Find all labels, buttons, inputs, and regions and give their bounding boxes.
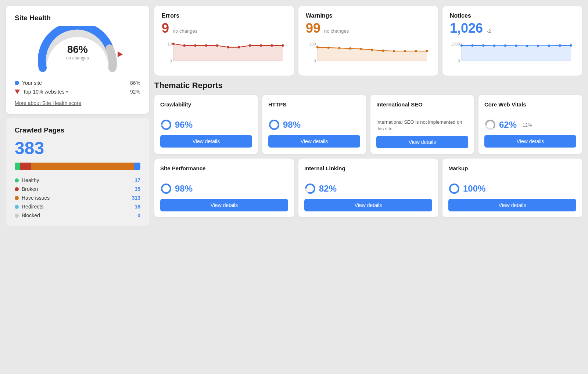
ring-svg — [160, 183, 172, 195]
ring-svg — [304, 183, 316, 195]
view-details-button[interactable]: View details — [484, 135, 576, 148]
svg-point-44 — [570, 44, 572, 47]
page-legend-left: Redirects — [15, 204, 43, 210]
more-about-health-link[interactable]: More about Site Health score — [15, 100, 81, 106]
page-legend-row: Blocked 0 — [15, 213, 140, 218]
svg-point-11 — [249, 44, 251, 47]
svg-point-40 — [526, 45, 528, 47]
stat-card-notices: Notices 1,026 -2 2000 0 — [442, 6, 582, 76]
gauge-sub: no changes — [66, 55, 89, 61]
bar-segment — [15, 163, 20, 170]
svg-point-27 — [404, 50, 406, 52]
view-details-button[interactable]: View details — [376, 136, 468, 148]
ring-svg — [160, 119, 172, 131]
report-title: International SEO — [376, 101, 468, 115]
page-legend-left: Have issues — [15, 195, 50, 201]
svg-point-52 — [162, 184, 171, 193]
report-card-markup: Markup 100% View details — [442, 159, 582, 217]
report-title: HTTPS — [268, 101, 360, 115]
reports-grid-row2: Site Performance 98% View details Intern… — [154, 159, 582, 217]
report-card-core-web-vitals: Core Web Vitals 62% +12% View details — [478, 95, 582, 154]
page-legend-dot — [15, 187, 19, 191]
page-legend-row: Healthy 17 — [15, 177, 140, 183]
report-score: 98% — [283, 120, 301, 130]
report-score-row: 98% — [268, 119, 360, 131]
svg-point-7 — [205, 44, 207, 47]
view-details-button[interactable]: View details — [304, 199, 432, 211]
thematic-section: Thematic Reports Crawlability 96% View d… — [154, 81, 582, 217]
report-score: 100% — [463, 184, 485, 194]
bar-segment — [31, 163, 134, 170]
report-score-row: 100% — [448, 183, 576, 195]
svg-point-14 — [282, 44, 284, 47]
stat-val-row: 9 no changes — [162, 21, 287, 36]
stat-value: 9 — [162, 21, 169, 36]
page-legend-label: Redirects — [22, 204, 43, 210]
top10-icon — [15, 90, 20, 94]
view-details-button[interactable]: View details — [268, 135, 360, 148]
page-legend-dot — [15, 196, 19, 200]
bar-segment — [134, 163, 140, 170]
svg-text:0: 0 — [314, 59, 316, 63]
svg-point-41 — [537, 45, 539, 47]
crawled-pages-card: Crawled Pages 383 Healthy 17 Broken 35 H… — [6, 118, 149, 226]
svg-point-48 — [270, 120, 279, 129]
page-legend-row: Have issues 313 — [15, 195, 140, 201]
view-details-button[interactable]: View details — [160, 135, 252, 148]
page-legend-count: 17 — [135, 177, 140, 183]
report-card-https: HTTPS 98% View details — [262, 95, 366, 154]
stat-val-row: 1,026 -2 — [450, 21, 575, 36]
page-legend-left: Blocked — [15, 213, 40, 218]
report-title: Crawlability — [160, 101, 252, 115]
svg-point-36 — [482, 44, 484, 47]
svg-point-28 — [415, 50, 417, 52]
svg-point-24 — [371, 48, 373, 51]
svg-point-29 — [426, 50, 428, 52]
view-details-button[interactable]: View details — [448, 199, 576, 211]
stats-row: Errors 9 no changes 10 0 Warnings 99 no … — [154, 6, 582, 76]
thematic-title: Thematic Reports — [154, 81, 582, 90]
stat-change: no changes — [173, 28, 197, 34]
top10-label: Top-10% websites ▾ — [23, 89, 68, 95]
page-legend-left: Healthy — [15, 177, 39, 183]
your-site-val: 86% — [130, 80, 140, 86]
svg-point-35 — [471, 44, 473, 47]
your-site-row: Your site 86% — [15, 80, 140, 86]
left-column: Site Health 86% no changes — [6, 6, 149, 368]
mini-chart: 10 0 — [162, 40, 287, 69]
svg-text:2000: 2000 — [451, 42, 460, 46]
page-legend-count: 18 — [135, 204, 140, 210]
site-health-card: Site Health 86% no changes — [6, 6, 149, 114]
page-legend-count: 0 — [137, 213, 140, 218]
top10-row: Top-10% websites ▾ 92% — [15, 89, 140, 95]
page-legend-dot — [15, 214, 19, 218]
page-legend-label: Healthy — [22, 177, 39, 183]
stat-card-errors: Errors 9 no changes 10 0 — [154, 6, 294, 76]
page-legend-dot — [15, 205, 19, 209]
svg-text:200: 200 — [309, 42, 316, 46]
page-legend-count: 313 — [132, 195, 140, 201]
report-score: 62% — [499, 120, 517, 130]
stat-change: no changes — [324, 28, 349, 34]
svg-point-9 — [227, 46, 229, 48]
stat-value: 1,026 — [450, 21, 483, 36]
gauge-arrow — [118, 51, 123, 57]
top10-val: 92% — [130, 89, 140, 95]
mini-chart: 2000 0 — [450, 40, 575, 69]
svg-point-25 — [382, 50, 384, 52]
reports-grid-row1: Crawlability 96% View details HTTPS 98% — [154, 95, 582, 154]
svg-point-43 — [559, 44, 561, 47]
svg-point-20 — [327, 47, 329, 49]
your-site-label-group: Your site — [15, 80, 42, 86]
svg-text:0: 0 — [458, 59, 460, 63]
svg-text:0: 0 — [170, 59, 172, 63]
stat-val-row: 99 no changes — [306, 21, 431, 36]
gauge-percentage: 86% — [66, 44, 89, 55]
stat-label: Warnings — [306, 12, 431, 19]
svg-point-12 — [260, 44, 262, 47]
crawled-bar-stack — [15, 163, 140, 170]
svg-point-22 — [349, 47, 351, 50]
svg-point-10 — [238, 46, 240, 48]
view-details-button[interactable]: View details — [160, 199, 288, 211]
gauge-container: 86% no changes — [15, 26, 140, 73]
